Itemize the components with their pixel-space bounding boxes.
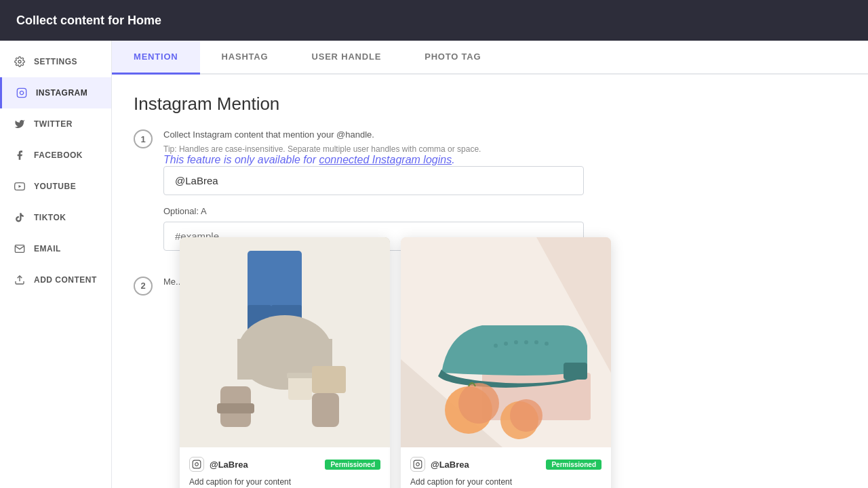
- svg-rect-16: [312, 366, 346, 393]
- tab-hashtag[interactable]: HASHTAG: [200, 41, 290, 75]
- tiktok-icon: [14, 211, 26, 224]
- card-1-caption-main: Add caption for your content: [189, 477, 380, 487]
- svg-rect-13: [312, 393, 339, 427]
- card-2-header: @LaBrea Permissioned: [410, 457, 601, 472]
- add-content-icon: [14, 274, 26, 286]
- card-1-header: @LaBrea Permissioned: [189, 457, 380, 472]
- card-1-badge: Permissioned: [325, 460, 380, 470]
- tab-mention[interactable]: MENTION: [112, 41, 200, 75]
- svg-rect-17: [193, 460, 201, 468]
- svg-point-29: [545, 342, 549, 346]
- tabs-bar: MENTION HASHTAG USER HANDLE PHOTO TAG: [112, 41, 868, 75]
- sidebar-item-add-content[interactable]: ADD CONTENT: [0, 264, 111, 296]
- sidebar-item-settings-label: SETTINGS: [34, 57, 77, 66]
- svg-rect-34: [414, 460, 422, 468]
- step-1-note: This feature is only available for conne…: [163, 154, 846, 166]
- gear-icon: [14, 56, 26, 68]
- connected-instagram-link[interactable]: connected Instagram logins: [319, 154, 452, 165]
- card-2: @LaBrea Permissioned Add caption for you…: [401, 237, 611, 488]
- step-1-italic-text: This feature is only available for: [163, 154, 316, 165]
- svg-rect-12: [217, 403, 254, 413]
- svg-point-27: [524, 340, 528, 344]
- svg-point-0: [18, 60, 21, 63]
- step-2-number: 2: [134, 277, 153, 296]
- youtube-icon: [14, 180, 26, 192]
- step-1-number: 1: [134, 129, 153, 148]
- svg-point-25: [504, 342, 508, 346]
- instagram-icon: [16, 87, 28, 99]
- header: Collect content for Home: [0, 0, 868, 41]
- cards-overlay: @LaBrea Permissioned Add caption for you…: [180, 237, 611, 488]
- sidebar-item-twitter-label: TWITTER: [34, 119, 73, 129]
- svg-point-26: [514, 340, 518, 344]
- sidebar-item-email-label: EMAIL: [34, 244, 61, 253]
- card-1-user: @LaBrea: [189, 457, 248, 472]
- content-area: MENTION HASHTAG USER HANDLE PHOTO TAG In…: [112, 41, 868, 488]
- sidebar-item-tiktok[interactable]: TIKTOK: [0, 202, 111, 233]
- sidebar-item-facebook-label: FACEBOOK: [34, 150, 83, 160]
- step-1-description: Collect Instagram content that mention y…: [163, 128, 846, 142]
- sidebar: SETTINGS INSTAGRAM TWITTER: [0, 41, 112, 488]
- header-title: Collect content for Home: [16, 14, 161, 28]
- handle-input[interactable]: [163, 166, 584, 195]
- email-icon: [14, 243, 26, 255]
- sidebar-item-twitter[interactable]: TWITTER: [0, 108, 111, 140]
- period: .: [452, 154, 454, 165]
- page-content: Instagram Mention 1 Collect Instagram co…: [112, 75, 868, 488]
- card-1-image: [180, 237, 390, 447]
- sidebar-item-instagram-label: INSTAGRAM: [36, 88, 87, 98]
- tab-photo-tag[interactable]: PHOTO TAG: [403, 41, 502, 75]
- svg-point-33: [510, 399, 542, 432]
- card-2-badge: Permissioned: [546, 460, 601, 470]
- sidebar-item-email[interactable]: EMAIL: [0, 233, 111, 264]
- svg-rect-15: [287, 373, 313, 378]
- tab-user-handle[interactable]: USER HANDLE: [290, 41, 403, 75]
- card-1: @LaBrea Permissioned Add caption for you…: [180, 237, 390, 488]
- card-2-ig-icon: [410, 457, 425, 472]
- svg-rect-1: [17, 88, 26, 97]
- sidebar-item-tiktok-label: TIKTOK: [34, 213, 66, 222]
- app-container: Collect content for Home SETTINGS INSTAG…: [0, 0, 868, 488]
- sidebar-item-instagram[interactable]: INSTAGRAM: [0, 77, 111, 108]
- svg-point-31: [458, 383, 499, 424]
- card-2-caption-main: Add caption for your content: [410, 477, 601, 487]
- card-2-body: @LaBrea Permissioned Add caption for you…: [401, 447, 611, 488]
- optional-label: Optional: A: [163, 206, 846, 216]
- svg-point-24: [494, 344, 498, 348]
- page-title: Instagram Mention: [134, 94, 846, 115]
- sidebar-item-youtube-label: YOUTUBE: [34, 182, 76, 191]
- svg-rect-23: [564, 363, 587, 380]
- card-1-body: @LaBrea Permissioned Add caption for you…: [180, 447, 390, 488]
- card-2-username: @LaBrea: [431, 460, 469, 470]
- card-2-user: @LaBrea: [410, 457, 469, 472]
- sidebar-item-facebook[interactable]: FACEBOOK: [0, 140, 111, 171]
- sidebar-item-settings[interactable]: SETTINGS: [0, 46, 111, 77]
- svg-point-28: [534, 340, 538, 344]
- svg-marker-3: [19, 185, 22, 188]
- card-1-username: @LaBrea: [210, 460, 248, 470]
- facebook-icon: [14, 149, 26, 161]
- card-2-image: [401, 237, 611, 447]
- sidebar-item-add-content-label: ADD CONTENT: [34, 275, 97, 285]
- card-1-ig-icon: [189, 457, 204, 472]
- twitter-icon: [14, 118, 26, 130]
- main-layout: SETTINGS INSTAGRAM TWITTER: [0, 41, 868, 488]
- step-1-tip: Tip: Handles are case-insensitive. Separ…: [163, 144, 846, 154]
- sidebar-item-youtube[interactable]: YOUTUBE: [0, 171, 111, 202]
